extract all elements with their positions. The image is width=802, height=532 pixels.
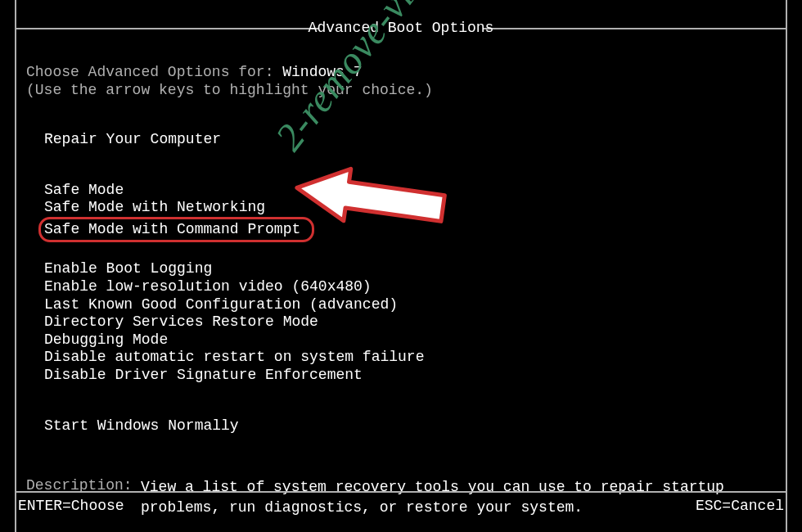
boot-options-frame: Advanced Boot Options Choose Advanced Op… [15,0,787,532]
menu-group-normal: Start Windows Normally [26,417,786,435]
menu-group-safemode: Safe Mode Safe Mode with Networking Safe… [26,182,786,243]
prompt-prefix: Choose Advanced Options for: [26,64,273,80]
menu-group-advanced: Enable Boot Logging Enable low-resolutio… [26,260,786,384]
menu-group-repair: Repair Your Computer [26,131,786,149]
menu-item-boot-logging[interactable]: Enable Boot Logging [44,260,212,278]
hint-line: (Use the arrow keys to highlight your ch… [26,82,786,98]
menu-item-last-known-good[interactable]: Last Known Good Configuration (advanced) [44,296,398,314]
menu-item-low-res[interactable]: Enable low-resolution video (640x480) [44,278,372,296]
menu-item-disable-driver-sig[interactable]: Disable Driver Signature Enforcement [44,367,363,385]
title-bar: Advanced Boot Options [16,0,786,25]
footer-bar: ENTER=Choose ESC=Cancel [16,494,786,514]
menu-item-repair[interactable]: Repair Your Computer [44,131,221,149]
menu-item-ds-restore[interactable]: Directory Services Restore Mode [44,313,318,331]
footer-enter: ENTER=Choose [18,498,124,514]
menu-item-safe-mode-cmd[interactable]: Safe Mode with Command Prompt [38,217,314,243]
footer-esc: ESC=Cancel [696,498,784,514]
menu-item-safe-mode-networking[interactable]: Safe Mode with Networking [44,199,265,217]
menu-item-debugging[interactable]: Debugging Mode [44,331,168,349]
content-area: Choose Advanced Options for: Windows 7 (… [16,25,786,519]
prompt-line: Choose Advanced Options for: Windows 7 [26,64,786,80]
menu-item-safe-mode[interactable]: Safe Mode [44,182,124,200]
os-name: Windows 7 [282,64,362,80]
screen-title: Advanced Boot Options [302,20,501,36]
menu-item-disable-auto-restart[interactable]: Disable automatic restart on system fail… [44,349,424,367]
menu-item-start-normally[interactable]: Start Windows Normally [44,417,239,435]
